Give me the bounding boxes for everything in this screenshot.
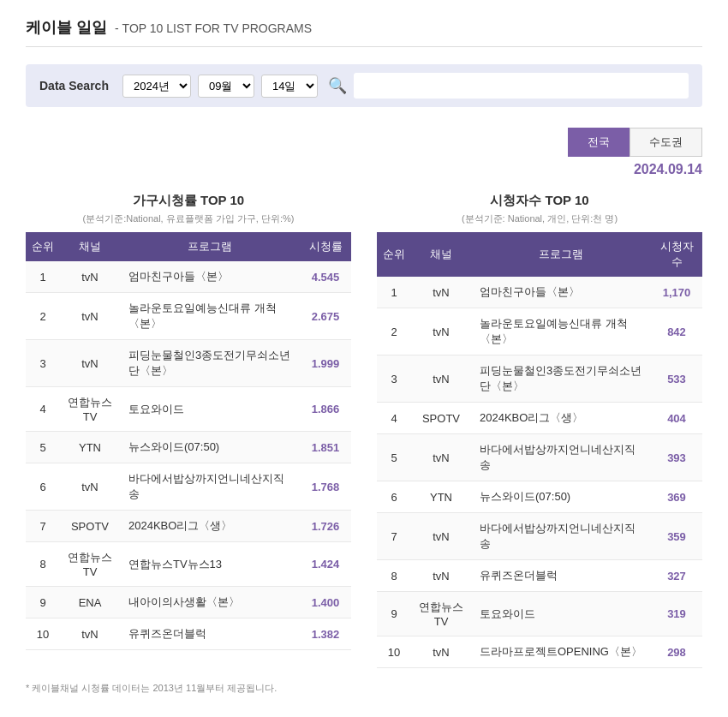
search-button[interactable]: 🔍: [328, 76, 347, 95]
page-title: 케이블 일일 - TOP 10 LIST FOR TV PROGRAMS: [26, 17, 702, 47]
program-cell: 토요와이드: [471, 592, 651, 636]
tab-metro[interactable]: 수도권: [630, 128, 702, 157]
channel-cell: tvN: [411, 308, 471, 356]
day-select[interactable]: 14일: [261, 75, 318, 98]
rank-cell: 4: [377, 403, 411, 434]
tabs-region: 전국 수도권: [26, 128, 702, 157]
program-cell: 바다에서밥상까지언니네산지직송: [471, 513, 651, 560]
month-select[interactable]: 09월: [198, 75, 254, 98]
household-title: 가구시청률 TOP 10: [26, 193, 351, 209]
channel-cell: tvN: [60, 340, 120, 387]
table-row: 10 tvN 드라마프로젝트OPENING〈본〉 298: [377, 636, 702, 668]
channel-cell: tvN: [411, 560, 471, 592]
rank-cell: 8: [26, 542, 60, 587]
viewers-header-row: 순위 채널 프로그램 시청자수: [377, 232, 702, 277]
rating-cell: 1.866: [300, 387, 351, 432]
rank-cell: 5: [377, 434, 411, 481]
channel-cell: tvN: [60, 261, 120, 293]
household-table: 순위 채널 프로그램 시청률 1 tvN 엄마친구아들〈본〉 4.545 2 t…: [26, 232, 351, 650]
program-cell: 놀라운토요일예능신대류 개척〈본〉: [471, 308, 651, 356]
table-row: 2 tvN 놀라운토요일예능신대류 개척〈본〉 2.675: [26, 293, 351, 340]
tab-national[interactable]: 전국: [568, 128, 630, 157]
rank-cell: 5: [26, 432, 60, 463]
program-cell: 드라마프로젝트OPENING〈본〉: [471, 636, 651, 668]
rank-cell: 2: [377, 308, 411, 356]
table-row: 9 ENA 내아이의사생활〈본〉 1.400: [26, 587, 351, 618]
rating-cell: 359: [651, 513, 702, 560]
rank-cell: 3: [377, 356, 411, 403]
household-header-row: 순위 채널 프로그램 시청률: [26, 232, 351, 261]
program-cell: 바다에서밥상까지언니네산지직송: [120, 463, 300, 511]
rank-cell: 1: [26, 261, 60, 293]
tables-row: 가구시청률 TOP 10 (분석기준:National, 유료플랫폼 가입 가구…: [26, 193, 702, 668]
table-row: 3 tvN 피딩눈물철인3종도전기무쇠소년단〈본〉 1.999: [26, 340, 351, 387]
search-input[interactable]: [354, 73, 689, 99]
table-row: 6 tvN 바다에서밥상까지언니네산지직송 1.768: [26, 463, 351, 511]
col-program-2: 프로그램: [471, 232, 651, 277]
rating-cell: 1,170: [651, 277, 702, 308]
program-cell: 내아이의사생활〈본〉: [120, 587, 300, 618]
rating-cell: 1.999: [300, 340, 351, 387]
channel-cell: SPOTV: [411, 403, 471, 434]
rank-cell: 9: [26, 587, 60, 618]
rating-cell: 1.768: [300, 463, 351, 511]
program-cell: 피딩눈물철인3종도전기무쇠소년단〈본〉: [120, 340, 300, 387]
table-row: 7 tvN 바다에서밥상까지언니네산지직송 359: [377, 513, 702, 560]
rank-cell: 3: [26, 340, 60, 387]
rank-cell: 1: [377, 277, 411, 308]
rating-cell: 327: [651, 560, 702, 592]
search-bar: Data Search 2024년 09월 14일 🔍: [26, 64, 702, 107]
channel-cell: 연합뉴스TV: [60, 387, 120, 432]
year-select[interactable]: 2024년: [122, 75, 191, 98]
table-row: 6 YTN 뉴스와이드(07:50) 369: [377, 481, 702, 513]
program-cell: 뉴스와이드(07:50): [120, 432, 300, 463]
table-row: 3 tvN 피딩눈물철인3종도전기무쇠소년단〈본〉 533: [377, 356, 702, 403]
rating-cell: 842: [651, 308, 702, 356]
channel-cell: SPOTV: [60, 511, 120, 542]
rank-cell: 10: [377, 636, 411, 668]
channel-cell: 연합뉴스TV: [411, 592, 471, 636]
rank-cell: 4: [26, 387, 60, 432]
program-cell: 바다에서밥상까지언니네산지직송: [471, 434, 651, 481]
rank-cell: 6: [26, 463, 60, 511]
rating-cell: 1.726: [300, 511, 351, 542]
household-section: 가구시청률 TOP 10 (분석기준:National, 유료플랫폼 가입 가구…: [26, 193, 351, 668]
rating-cell: 1.851: [300, 432, 351, 463]
table-row: 7 SPOTV 2024KBO리그〈생〉 1.726: [26, 511, 351, 542]
search-label: Data Search: [39, 79, 109, 93]
table-row: 4 SPOTV 2024KBO리그〈생〉 404: [377, 403, 702, 434]
program-cell: 엄마친구아들〈본〉: [120, 261, 300, 293]
table-row: 8 tvN 유퀴즈온더블럭 327: [377, 560, 702, 592]
date-display: 2024.09.14: [26, 162, 702, 177]
rank-cell: 2: [26, 293, 60, 340]
channel-cell: tvN: [411, 356, 471, 403]
rating-cell: 1.424: [300, 542, 351, 587]
program-cell: 2024KBO리그〈생〉: [120, 511, 300, 542]
rating-cell: 4.545: [300, 261, 351, 293]
rank-cell: 9: [377, 592, 411, 636]
rating-cell: 1.400: [300, 587, 351, 618]
rating-cell: 1.382: [300, 618, 351, 650]
program-cell: 유퀴즈온더블럭: [120, 618, 300, 650]
table-row: 10 tvN 유퀴즈온더블럭 1.382: [26, 618, 351, 650]
col-rating-2: 시청자수: [651, 232, 702, 277]
viewers-table: 순위 채널 프로그램 시청자수 1 tvN 엄마친구아들〈본〉 1,170 2 …: [377, 232, 702, 668]
channel-cell: tvN: [60, 463, 120, 511]
rating-cell: 393: [651, 434, 702, 481]
table-row: 2 tvN 놀라운토요일예능신대류 개척〈본〉 842: [377, 308, 702, 356]
channel-cell: tvN: [60, 618, 120, 650]
program-cell: 놀라운토요일예능신대류 개척〈본〉: [120, 293, 300, 340]
household-subtitle: (분석기준:National, 유료플랫폼 가입 가구, 단위:%): [26, 212, 351, 225]
rating-cell: 298: [651, 636, 702, 668]
rating-cell: 319: [651, 592, 702, 636]
table-row: 1 tvN 엄마친구아들〈본〉 4.545: [26, 261, 351, 293]
rank-cell: 7: [26, 511, 60, 542]
table-row: 5 tvN 바다에서밥상까지언니네산지직송 393: [377, 434, 702, 481]
channel-cell: tvN: [411, 434, 471, 481]
program-cell: 유퀴즈온더블럭: [471, 560, 651, 592]
title-subtitle: - TOP 10 LIST FOR TV PROGRAMS: [115, 21, 312, 35]
rating-cell: 2.675: [300, 293, 351, 340]
channel-cell: YTN: [60, 432, 120, 463]
channel-cell: tvN: [411, 636, 471, 668]
program-cell: 피딩눈물철인3종도전기무쇠소년단〈본〉: [471, 356, 651, 403]
